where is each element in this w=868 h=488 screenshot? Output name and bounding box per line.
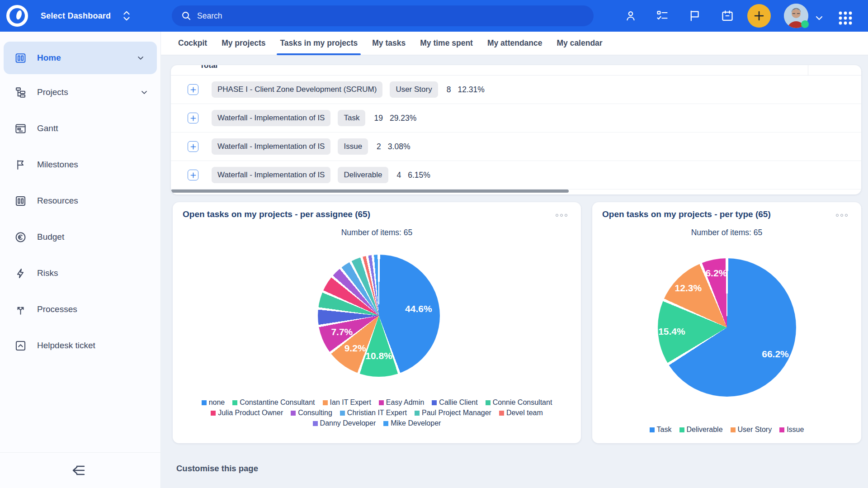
legend-label: Paul Project Manager [422,409,491,417]
pie-slice-label: 15.4% [658,326,685,337]
panel-menu-button[interactable] [834,212,849,218]
sidebar-item-home[interactable]: Home [4,42,157,74]
percent-value: 12.31% [458,85,484,95]
resources-icon [14,195,27,207]
sidebar-item-resources[interactable]: Resources [0,183,160,219]
app-logo-icon[interactable] [5,4,29,28]
sidebar-item-budget[interactable]: Budget [0,219,160,255]
project-badge: Waterfall - Implementation of IS [212,110,330,126]
tab-my-attendance[interactable]: My attendance [487,32,542,55]
chart-annotation: Number of items: 65 [173,228,581,237]
plus-icon [753,9,765,22]
tab-my-tasks[interactable]: My tasks [372,32,406,55]
tab-cockpit[interactable]: Cockpit [178,32,207,55]
legend-item[interactable]: Danny Developer [313,419,376,427]
project-badge: Waterfall - Implementation of IS [212,138,330,155]
table-row: Waterfall - Implementation of ISDelivera… [171,161,861,190]
tab-my-time-spent[interactable]: My time spent [420,32,473,55]
legend-item[interactable]: Deliverable [679,426,723,434]
type-badge: User Story [390,81,438,98]
type-badge: Deliverable [338,167,388,183]
expand-row-button[interactable] [188,170,198,180]
customise-page-link[interactable]: Customise this page [176,464,258,474]
percent-value: 6.15% [408,171,430,180]
dashboard-selector[interactable]: Select Dashboard [41,0,132,32]
tab-my-calendar[interactable]: My calendar [557,32,602,55]
expand-row-button[interactable] [188,141,198,152]
dashboard-selector-label: Select Dashboard [41,11,111,21]
search-bar[interactable] [172,5,594,26]
legend-item[interactable]: Julia Product Owner [211,409,283,417]
count-value: 2 [377,142,381,152]
sidebar: HomeProjectsGanttMilestonesResourcesBudg… [0,32,161,488]
sidebar-item-label: Home [37,53,61,63]
pie-slice-label: 9.2% [344,343,366,354]
helpdesk-icon [14,340,27,352]
legend-item[interactable]: none [202,398,225,407]
budget-icon [14,231,27,243]
count-value: 19 [374,114,382,123]
legend-item[interactable]: Issue [779,426,804,434]
legend-item[interactable]: Callie Client [432,398,477,407]
legend-item[interactable]: Ian IT Expert [323,398,371,407]
main-content: CockpitMy projectsTasks in my projectsMy… [161,32,868,488]
legend-swatch [323,400,328,405]
legend-item[interactable]: Christian IT Expert [340,409,407,417]
legend-item[interactable]: Connie Consultant [486,398,552,407]
tasks-checklist-icon[interactable] [656,9,669,22]
sidebar-item-gantt[interactable]: Gantt [0,110,160,147]
expand-row-button[interactable] [188,84,198,95]
chevron-down-icon [140,88,149,97]
sidebar-footer [0,452,160,488]
sidebar-item-milestones[interactable]: Milestones [0,147,160,183]
gantt-icon [14,123,27,135]
expand-row-button[interactable] [188,113,198,123]
sidebar-item-label: Risks [37,268,58,278]
legend-item[interactable]: Easy Admin [379,398,424,407]
sidebar-item-label: Resources [37,196,78,206]
sidebar-item-risks[interactable]: Risks [0,255,160,291]
legend-label: Devel team [506,409,543,417]
legend-label: Julia Product Owner [218,409,283,417]
legend-swatch [432,400,437,405]
tab-tasks-in-my-projects[interactable]: Tasks in my projects [280,32,358,55]
sidebar-item-processes[interactable]: Processes [0,291,160,327]
profile-chevron-icon[interactable] [814,13,825,24]
add-button[interactable] [747,4,771,28]
legend-label: Easy Admin [386,398,424,407]
legend-label: Mike Developer [391,419,441,427]
scrollbar-thumb[interactable] [171,190,569,193]
sidebar-item-label: Processes [37,304,77,314]
collapse-sidebar-icon[interactable] [69,463,89,478]
legend-item[interactable]: Task [650,426,672,434]
legend-item[interactable]: Paul Project Manager [415,409,491,417]
legend-item[interactable]: Mike Developer [383,419,441,427]
sidebar-item-projects[interactable]: Projects [0,74,160,110]
milestones-icon [14,159,27,171]
chart-panel-per-type: Open tasks on my projects - per type (65… [592,202,861,443]
legend-item[interactable]: Constantine Consultant [232,398,315,407]
flag-icon[interactable] [689,9,701,22]
count-value: 4 [397,171,401,180]
panel-menu-button[interactable] [554,212,569,218]
projects-icon [14,86,27,99]
column-divider [808,65,808,75]
home-icon [14,52,27,64]
legend-label: Ian IT Expert [330,398,371,407]
user-icon[interactable] [624,9,637,22]
pie-slice-label: 66.2% [762,349,789,360]
percent-value: 29.23% [390,114,416,123]
apps-grid-icon[interactable] [837,9,854,27]
search-icon [181,10,192,21]
sidebar-item-helpdesk-ticket[interactable]: Helpdesk ticket [0,327,160,364]
legend-item[interactable]: Consulting [291,409,332,417]
legend-label: Deliverable [687,426,723,434]
legend-item[interactable]: Devel team [499,409,543,417]
tab-my-projects[interactable]: My projects [222,32,265,55]
legend-swatch [313,421,318,426]
search-input[interactable] [197,11,559,21]
legend-item[interactable]: User Story [731,426,772,434]
calendar-icon[interactable] [721,9,734,22]
risks-icon [14,267,27,280]
pie-slice-label: 6.2% [705,268,727,279]
